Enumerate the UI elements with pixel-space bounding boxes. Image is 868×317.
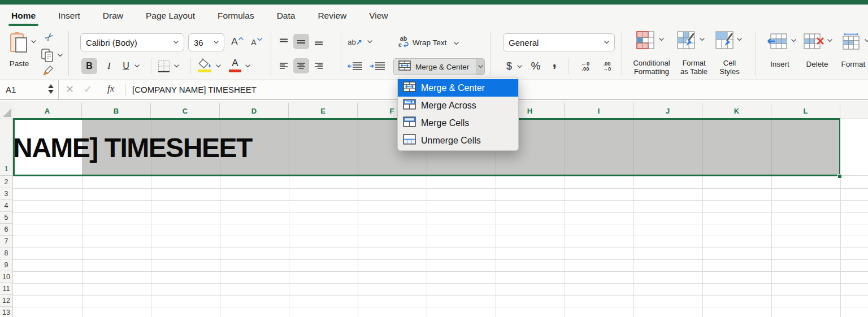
column-header-e[interactable]: E — [289, 103, 358, 119]
column-header-b[interactable]: B — [82, 103, 151, 119]
tab-home[interactable]: Home — [10, 11, 37, 21]
fill-color-chevron-icon[interactable] — [216, 64, 221, 68]
insert-cells-label[interactable]: Insert — [764, 60, 796, 68]
select-all-corner[interactable] — [0, 103, 14, 119]
column-header-a[interactable]: A — [13, 103, 82, 119]
column-header-d[interactable]: D — [220, 103, 289, 119]
column-header-l[interactable]: L — [771, 103, 840, 119]
currency-button[interactable]: $ — [504, 58, 514, 74]
format-cells-chevron-icon[interactable] — [865, 39, 868, 42]
format-painter-icon[interactable] — [41, 64, 54, 76]
column-header-i[interactable]: I — [565, 103, 633, 119]
delete-cells-chevron-icon[interactable] — [827, 39, 832, 42]
row-header-8[interactable]: 8 — [0, 247, 13, 259]
number-format-select[interactable]: General — [503, 33, 615, 51]
row-header-7[interactable]: 7 — [0, 236, 13, 247]
shrink-font-button[interactable]: A — [249, 36, 264, 49]
copy-icon[interactable] — [41, 48, 54, 63]
format-cells-icon[interactable] — [840, 32, 862, 50]
conditional-formatting-chevron-icon[interactable] — [659, 38, 664, 41]
tab-data[interactable]: Data — [276, 11, 297, 21]
row-header-6[interactable]: 6 — [0, 224, 13, 236]
orientation-chevron-icon[interactable] — [367, 40, 372, 44]
cell-styles-label[interactable]: Cell Styles — [712, 59, 747, 76]
italic-button[interactable]: I — [102, 58, 116, 74]
enter-icon[interactable]: ✓ — [84, 83, 92, 95]
row-header-12[interactable]: 12 — [0, 295, 13, 307]
align-left-button[interactable] — [276, 58, 292, 73]
decrease-indent-icon[interactable] — [346, 59, 364, 73]
format-cells-label[interactable]: Format — [837, 60, 868, 68]
wrap-text-icon[interactable]: ab c — [397, 34, 410, 50]
align-right-button[interactable] — [311, 58, 327, 73]
borders-icon[interactable] — [157, 59, 171, 73]
font-color-icon[interactable]: A — [228, 57, 242, 70]
tab-review[interactable]: Review — [316, 11, 348, 21]
align-bottom-button[interactable] — [311, 34, 327, 49]
delete-cells-icon[interactable] — [802, 32, 825, 50]
column-header-k[interactable]: K — [702, 103, 771, 119]
menu-item-merge-cells[interactable]: Merge Cells — [398, 114, 518, 132]
orientation-icon[interactable]: ab ↗ — [346, 34, 364, 49]
font-name-select[interactable]: Calibri (Body) — [80, 33, 184, 51]
increase-indent-icon[interactable] — [368, 59, 387, 73]
name-box-stepper[interactable] — [48, 84, 54, 94]
row-header-5[interactable]: 5 — [0, 212, 13, 224]
row-header-4[interactable]: 4 — [0, 200, 13, 212]
conditional-formatting-label[interactable]: Conditional Formatting — [628, 59, 675, 76]
grow-font-button[interactable]: A — [229, 34, 246, 49]
align-center-button[interactable] — [293, 58, 309, 73]
increase-decimal-button[interactable]: .00 →0 — [598, 59, 616, 73]
cut-icon[interactable]: ✂ — [40, 28, 58, 45]
font-color-chevron-icon[interactable] — [245, 64, 250, 68]
paste-icon[interactable] — [9, 31, 28, 54]
copy-chevron-icon[interactable] — [58, 54, 63, 57]
name-box[interactable]: A1 — [6, 85, 16, 94]
cell-styles-chevron-icon[interactable] — [737, 38, 742, 41]
paste-chevron-icon[interactable] — [31, 40, 36, 44]
insert-cells-chevron-icon[interactable] — [791, 39, 796, 42]
row-header-3[interactable]: 3 — [0, 188, 13, 200]
borders-chevron-icon[interactable] — [174, 64, 179, 68]
delete-cells-label[interactable]: Delete — [801, 60, 833, 68]
column-header-m[interactable]: M — [840, 103, 868, 119]
column-header-j[interactable]: J — [633, 103, 702, 119]
comma-button[interactable]: , — [549, 54, 559, 70]
insert-cells-icon[interactable] — [766, 32, 789, 50]
tab-formulas[interactable]: Formulas — [216, 11, 255, 21]
format-as-table-chevron-icon[interactable] — [700, 38, 705, 41]
cell-styles-icon[interactable] — [714, 30, 735, 50]
align-middle-button[interactable] — [293, 34, 309, 49]
align-top-button[interactable] — [276, 34, 292, 49]
format-as-table-icon[interactable] — [676, 30, 696, 50]
row-header-13[interactable]: 13 — [0, 307, 13, 317]
row-header-1[interactable]: 1 — [0, 119, 13, 176]
underline-button[interactable]: U — [119, 58, 133, 74]
menu-item-merge-center[interactable]: Merge & Center — [398, 79, 518, 97]
stepper-up-icon[interactable] — [48, 84, 54, 88]
bold-button[interactable]: B — [81, 58, 97, 74]
stepper-down-icon[interactable] — [48, 90, 54, 94]
fill-color-icon[interactable] — [197, 58, 212, 69]
percent-button[interactable]: % — [529, 58, 542, 74]
currency-chevron-icon[interactable] — [517, 65, 522, 68]
decrease-decimal-button[interactable]: ←0 .00 — [576, 59, 594, 73]
tab-page-layout[interactable]: Page Layout — [145, 11, 196, 21]
row-header-2[interactable]: 2 — [0, 176, 13, 188]
tab-draw[interactable]: Draw — [102, 11, 124, 21]
conditional-formatting-icon[interactable] — [635, 30, 656, 50]
tab-view[interactable]: View — [368, 11, 389, 21]
wrap-text-label[interactable]: Wrap Text — [413, 38, 446, 47]
row-header-9[interactable]: 9 — [0, 259, 13, 271]
cancel-icon[interactable]: ✕ — [66, 83, 74, 95]
wrap-text-chevron-icon[interactable] — [454, 42, 459, 45]
formula-input[interactable]: [COMPANY NAME] TIMESHEET — [132, 85, 257, 94]
paste-label[interactable]: Paste — [6, 59, 33, 68]
font-size-select[interactable]: 36 — [188, 33, 224, 51]
row-header-11[interactable]: 11 — [0, 283, 13, 295]
tab-insert[interactable]: Insert — [57, 11, 81, 21]
merge-center-dropdown-button[interactable] — [476, 58, 485, 75]
menu-item-merge-across[interactable]: Merge Across — [398, 97, 518, 114]
merge-center-button[interactable]: Merge & Center — [393, 58, 476, 75]
row-header-10[interactable]: 10 — [0, 271, 13, 283]
